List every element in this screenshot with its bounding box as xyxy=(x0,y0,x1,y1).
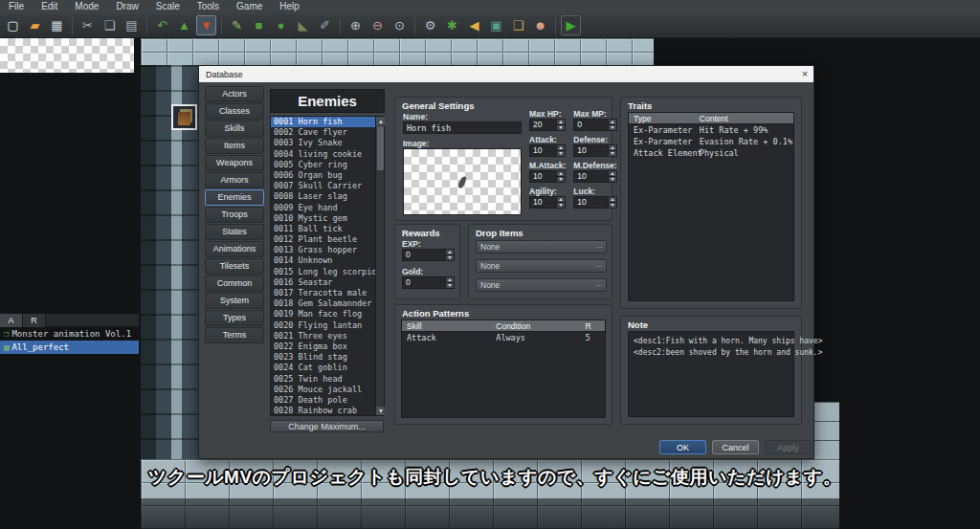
enemy-row[interactable]: 0003 Ivy Snake xyxy=(271,138,384,148)
menu-item[interactable]: Help xyxy=(271,0,308,13)
exp-spinner[interactable]: 0 xyxy=(402,249,455,261)
close-icon[interactable]: × xyxy=(796,66,813,82)
name-input[interactable]: Horn fish xyxy=(403,121,522,134)
enemy-row[interactable]: 0005 Cyber ring xyxy=(271,160,384,170)
palette-tab[interactable]: A xyxy=(0,314,23,327)
stat-spinner[interactable]: 10 xyxy=(573,170,616,183)
spin-down-icon[interactable] xyxy=(609,150,616,156)
scrollbar-thumb[interactable] xyxy=(377,126,384,170)
database-nav-item[interactable]: Tilesets xyxy=(205,258,264,275)
menu-item[interactable]: Tools xyxy=(189,0,228,13)
paste-icon[interactable]: ▤ xyxy=(122,15,142,35)
sound-test-icon[interactable]: ◀ xyxy=(464,15,484,35)
enemy-row[interactable]: 0007 Skull Carrier xyxy=(271,181,384,191)
enemy-row[interactable]: 0016 Seastar xyxy=(271,277,384,288)
zoom-in-icon[interactable]: ⊕ xyxy=(345,15,366,35)
event-mode-icon[interactable]: ▼ xyxy=(196,15,216,35)
map-event-cell[interactable] xyxy=(171,104,197,130)
tree-item[interactable]: ❒ Monster animation Vol.1 xyxy=(0,327,139,341)
database-nav-item[interactable]: Skills xyxy=(205,121,264,137)
database-nav-item[interactable]: Terms xyxy=(205,327,264,343)
trait-row[interactable]: Ex-Parameter Hit Rate + 99% xyxy=(629,124,793,136)
drop-item-selector[interactable]: None ··· xyxy=(476,278,607,292)
enemy-row[interactable]: 0012 Plant beetle xyxy=(271,234,384,245)
ok-button[interactable]: OK xyxy=(659,440,706,454)
ellipsis-icon[interactable]: ··· xyxy=(592,281,606,290)
zoom-actual-icon[interactable]: ⊙ xyxy=(390,15,410,35)
map-mode-icon[interactable]: ▲ xyxy=(174,15,194,35)
enemy-row[interactable]: 0017 Teracotta male xyxy=(271,288,384,298)
enemy-row[interactable]: 0025 Twin head xyxy=(271,374,384,385)
enemy-row[interactable]: 0014 Unknown xyxy=(271,255,384,266)
enemy-row[interactable]: 0028 Rainbow crab xyxy=(271,406,384,416)
menu-item[interactable]: Edit xyxy=(33,0,66,13)
resource-manager-icon[interactable]: ❑ xyxy=(508,15,528,35)
ellipse-tool-icon[interactable]: ● xyxy=(271,15,291,35)
save-project-icon[interactable]: ▦ xyxy=(47,15,67,35)
tileset-palette-transparent-area[interactable] xyxy=(0,38,134,73)
new-project-icon[interactable]: ▢ xyxy=(3,15,23,35)
plugin-manager-icon[interactable]: ✱ xyxy=(442,15,462,35)
trait-row[interactable]: Attack Element Physical xyxy=(629,147,793,159)
enemy-row[interactable]: 0011 Ball tick xyxy=(271,224,384,234)
menu-item[interactable]: Draw xyxy=(107,0,146,13)
pencil-tool-icon[interactable]: ✎ xyxy=(227,15,247,35)
enemy-row[interactable]: 0002 Cave flyer xyxy=(271,127,384,138)
options-icon[interactable]: ⚙ xyxy=(420,15,440,35)
database-nav-item[interactable]: Classes xyxy=(205,103,264,120)
spin-down-icon[interactable] xyxy=(609,176,616,182)
enemy-row[interactable]: 0026 Mouce jackall xyxy=(271,385,384,395)
stat-spinner[interactable]: 10 xyxy=(529,144,566,157)
database-nav-item[interactable]: States xyxy=(205,224,264,240)
database-nav-item[interactable]: Weapons xyxy=(205,155,264,171)
undo-icon[interactable]: ↶ xyxy=(152,15,172,35)
stat-spinner[interactable]: 10 xyxy=(573,196,616,209)
trait-row[interactable]: Ex-Parameter Evasion Rate + 0.1% xyxy=(629,136,793,147)
spin-down-icon[interactable] xyxy=(609,202,616,208)
enemy-row[interactable]: 0027 Death pole xyxy=(271,395,384,406)
shadow-pen-tool-icon[interactable]: ✐ xyxy=(315,15,335,35)
scroll-up-icon[interactable] xyxy=(376,117,385,125)
spin-down-icon[interactable] xyxy=(446,254,454,260)
spin-down-icon[interactable] xyxy=(609,124,616,130)
spin-down-icon[interactable] xyxy=(446,282,454,288)
spin-down-icon[interactable] xyxy=(557,150,565,156)
database-nav-item[interactable]: Actors xyxy=(205,86,264,102)
character-generator-icon[interactable]: ☻ xyxy=(530,15,550,35)
enemy-row[interactable]: 0020 Flying lantan xyxy=(271,320,384,331)
stat-spinner[interactable]: 10 xyxy=(529,170,566,183)
map-tiles-top[interactable] xyxy=(141,38,654,65)
enemy-row[interactable]: 0010 Mystic gem xyxy=(271,213,384,224)
enemy-row[interactable]: 0006 Organ bug xyxy=(271,170,384,181)
scroll-down-icon[interactable] xyxy=(376,407,385,415)
enemy-row[interactable]: 0009 Eye hand xyxy=(271,203,384,213)
database-nav-item[interactable]: Troops xyxy=(205,207,264,223)
database-nav-item[interactable]: Items xyxy=(205,138,264,154)
enemy-row[interactable]: 0019 Man face flog xyxy=(271,309,384,320)
enemy-row[interactable]: 0021 Three eyes xyxy=(271,331,384,342)
database-nav-item[interactable]: Armors xyxy=(205,172,264,188)
enemy-row[interactable]: 0024 Cat goblin xyxy=(271,363,384,373)
spin-down-icon[interactable] xyxy=(557,176,565,182)
database-nav-item[interactable]: Types xyxy=(205,310,264,326)
enemy-image-box[interactable] xyxy=(403,148,522,215)
zoom-out-icon[interactable]: ⊖ xyxy=(368,15,388,35)
event-searcher-icon[interactable]: ▣ xyxy=(486,15,506,35)
stat-spinner[interactable]: 10 xyxy=(529,196,566,209)
cancel-button[interactable]: Cancel xyxy=(712,440,759,454)
database-nav-item[interactable]: Enemies xyxy=(205,189,264,206)
database-nav-item[interactable]: System xyxy=(205,293,264,309)
enemy-list-scrollbar[interactable] xyxy=(375,117,384,415)
ellipsis-icon[interactable]: ··· xyxy=(592,262,606,271)
enemy-row[interactable]: 0018 Gem Salamannder xyxy=(271,298,384,309)
database-nav-item[interactable]: Animations xyxy=(205,241,264,257)
flood-fill-tool-icon[interactable]: ◣ xyxy=(293,15,313,35)
drop-item-selector[interactable]: None ··· xyxy=(476,259,607,273)
change-maximum-button[interactable]: Change Maximum... xyxy=(270,420,384,432)
menu-item[interactable]: File xyxy=(0,0,33,13)
stat-spinner[interactable]: 0 xyxy=(573,119,616,131)
copy-icon[interactable]: ❏ xyxy=(100,15,120,35)
spin-down-icon[interactable] xyxy=(557,202,565,208)
enemy-row[interactable]: 0004 living cookie xyxy=(271,149,384,160)
enemy-row[interactable]: 0023 Blind stag xyxy=(271,352,384,363)
